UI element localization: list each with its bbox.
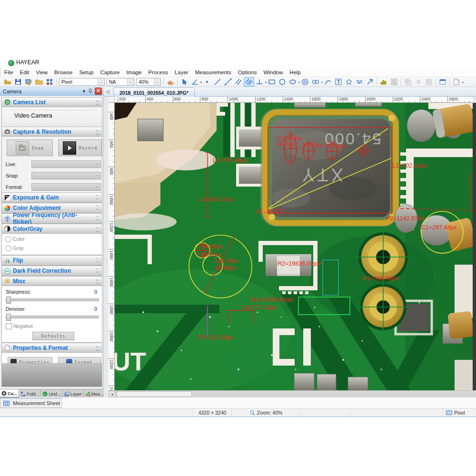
- section-power-frequency-header[interactable]: Power Frequency (Anti-flicker) ﹀﹀: [2, 214, 102, 223]
- record-button[interactable]: Record: [58, 139, 102, 156]
- menu-item-window[interactable]: Window: [260, 69, 286, 75]
- rect-icon[interactable]: [267, 77, 277, 87]
- panel-tab-und[interactable]: Und...: [41, 389, 62, 398]
- dropdown-arrow-icon[interactable]: ▾: [462, 80, 464, 84]
- negative-checkbox[interactable]: [6, 323, 12, 329]
- denoise-slider[interactable]: [6, 316, 99, 318]
- menu-item-file[interactable]: File: [1, 69, 17, 75]
- measurement-label[interactable]: A1=56.53°: [256, 208, 284, 215]
- chevron-down-icon[interactable]: ⌄: [127, 79, 134, 85]
- line-icon[interactable]: [212, 77, 223, 87]
- section-misc-header[interactable]: Misc ︿︿: [2, 277, 102, 286]
- stitch-icon[interactable]: [403, 77, 413, 87]
- section-exposure-gain-header[interactable]: Exposure & Gain ﹀﹀: [2, 193, 102, 202]
- measurement-label[interactable]: 84.85px: [201, 243, 222, 250]
- point-icon[interactable]: [202, 77, 212, 87]
- measurement-label[interactable]: C1=297.44px: [421, 224, 457, 231]
- menu-item-browse[interactable]: Browse: [51, 69, 76, 75]
- chevron-down-icon[interactable]: ⌄: [98, 79, 104, 85]
- sharpness-slider-thumb[interactable]: [6, 297, 11, 304]
- edit-image-icon[interactable]: [23, 77, 34, 87]
- expand-chevron-icon[interactable]: ﹀﹀: [96, 215, 99, 222]
- sharpness-slider[interactable]: [6, 298, 99, 301]
- menu-item-layer[interactable]: Layer: [171, 69, 192, 75]
- pin-icon[interactable]: [88, 89, 93, 94]
- measurement-label[interactable]: P2=1142.97px: [386, 215, 424, 222]
- measurement-label[interactable]: R2=19836.00px²: [278, 260, 322, 267]
- video-camera-item[interactable]: Video Camera: [14, 112, 52, 119]
- section-properties-format-header[interactable]: Properties & Format ︿︿: [2, 343, 102, 353]
- color-radio[interactable]: [5, 236, 11, 242]
- dof-icon[interactable]: [424, 77, 434, 87]
- new-doc-icon[interactable]: [451, 77, 462, 87]
- image-viewport[interactable]: UT: [115, 103, 473, 390]
- camera-panel-header[interactable]: Camera ▼ ✕: [0, 87, 104, 96]
- parallel-icon[interactable]: [233, 77, 244, 87]
- collapse-chevron-icon[interactable]: ︿︿: [96, 226, 99, 232]
- measurement-label[interactable]: 72.00px: [325, 143, 346, 149]
- measurement-label[interactable]: 132.29px: [214, 258, 238, 264]
- menu-item-capture[interactable]: Capture: [97, 69, 123, 75]
- collapse-chevron-icon[interactable]: ︿︿: [96, 129, 99, 135]
- menu-item-view[interactable]: View: [32, 69, 51, 75]
- menu-item-help[interactable]: Help: [286, 69, 304, 75]
- denoise-slider-thumb[interactable]: [6, 314, 11, 321]
- measurement-label[interactable]: R1=47250.00px²: [250, 297, 294, 303]
- defaults-button[interactable]: Defaults: [32, 332, 74, 340]
- section-dark-field-header[interactable]: Dark Field Correction ﹀﹀: [2, 266, 102, 276]
- perpendicular-icon[interactable]: [254, 77, 265, 87]
- expand-chevron-icon[interactable]: ﹀﹀: [96, 257, 99, 264]
- folder-icon[interactable]: [34, 77, 44, 87]
- objective-combo[interactable]: NA⌄: [107, 78, 134, 86]
- panel-tab-fold[interactable]: Fold...: [19, 389, 41, 398]
- histogram-icon[interactable]: [378, 77, 389, 87]
- window-icon[interactable]: [437, 77, 448, 87]
- section-camera-list-header[interactable]: Camera List ︿︿: [2, 98, 102, 107]
- measurement-sheet-tab[interactable]: Measurement Sheet: [0, 398, 62, 408]
- menu-item-image[interactable]: Image: [123, 69, 145, 75]
- fusion-icon[interactable]: [413, 77, 424, 87]
- arc-icon[interactable]: [323, 77, 333, 87]
- menu-item-process[interactable]: Process: [145, 69, 171, 75]
- angle-icon[interactable]: [189, 77, 200, 87]
- select-icon[interactable]: [179, 77, 189, 87]
- text-icon[interactable]: T: [333, 77, 344, 87]
- measurement-label[interactable]: L3=430.17px: [198, 196, 233, 203]
- section-capture-resolution-header[interactable]: Capture & Resolution ︿︿: [2, 127, 102, 137]
- chevron-down-icon[interactable]: ⌄: [154, 79, 160, 85]
- panel-dropdown-icon[interactable]: ▼: [82, 89, 86, 94]
- section-flip-header[interactable]: Flip ﹀﹀: [2, 256, 102, 265]
- measurement-label[interactable]: P1=122.33px: [198, 334, 233, 341]
- open-icon[interactable]: [2, 77, 13, 87]
- scrollbar-thumb[interactable]: [117, 391, 192, 397]
- scale-icon[interactable]: [354, 77, 365, 87]
- menu-item-measurements[interactable]: Measurements: [192, 69, 235, 75]
- section-color-adjustment-header[interactable]: Color Adjustment ﹀﹀: [2, 203, 102, 213]
- measurement-label[interactable]: L1=702.21px: [392, 162, 427, 169]
- zoom-combo[interactable]: 40%⌄: [136, 78, 161, 86]
- expand-chevron-icon[interactable]: ﹀﹀: [96, 268, 99, 274]
- measurement-label[interactable]: L4=177.18px: [242, 304, 277, 311]
- measurement-label[interactable]: 48.66px: [215, 265, 236, 271]
- horizontal-scrollbar[interactable]: ◂: [109, 390, 476, 397]
- vertical-scrollbar[interactable]: [473, 103, 476, 390]
- document-tab[interactable]: 2018_0101_003554_010.JPG*: [113, 88, 195, 97]
- arrow-icon[interactable]: [365, 77, 375, 87]
- expand-chevron-icon[interactable]: ﹀﹀: [96, 194, 99, 201]
- measurement-label[interactable]: 44.00px: [276, 141, 297, 148]
- polyline-icon[interactable]: [223, 77, 233, 87]
- live-combo[interactable]: [31, 160, 101, 168]
- panel-close-icon[interactable]: ✕: [95, 88, 102, 95]
- unit-combo[interactable]: Pixel⌄: [59, 78, 105, 86]
- star-icon[interactable]: [344, 77, 354, 87]
- menu-item-options[interactable]: Options: [235, 69, 260, 75]
- snap-button[interactable]: Snap: [7, 139, 53, 156]
- measurement-label[interactable]: L2=575.46px: [213, 157, 248, 164]
- circle-icon[interactable]: [277, 77, 288, 87]
- panel-tab-ca[interactable]: Ca...: [0, 389, 19, 398]
- menu-item-edit[interactable]: Edit: [17, 69, 33, 75]
- panel-tab-mea[interactable]: Mea...: [84, 389, 106, 398]
- measurement-label[interactable]: Tc1=318.06px: [361, 275, 398, 282]
- save-icon[interactable]: [13, 77, 23, 87]
- tab-nav-left-icon[interactable]: ◁: [106, 89, 109, 94]
